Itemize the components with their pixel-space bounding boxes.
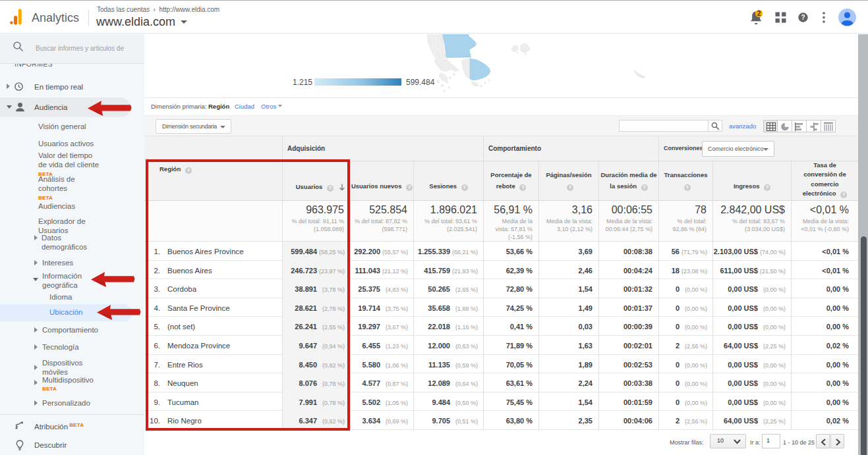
svg-text:?: ? xyxy=(801,14,805,21)
svg-text:2: 2 xyxy=(757,10,761,17)
